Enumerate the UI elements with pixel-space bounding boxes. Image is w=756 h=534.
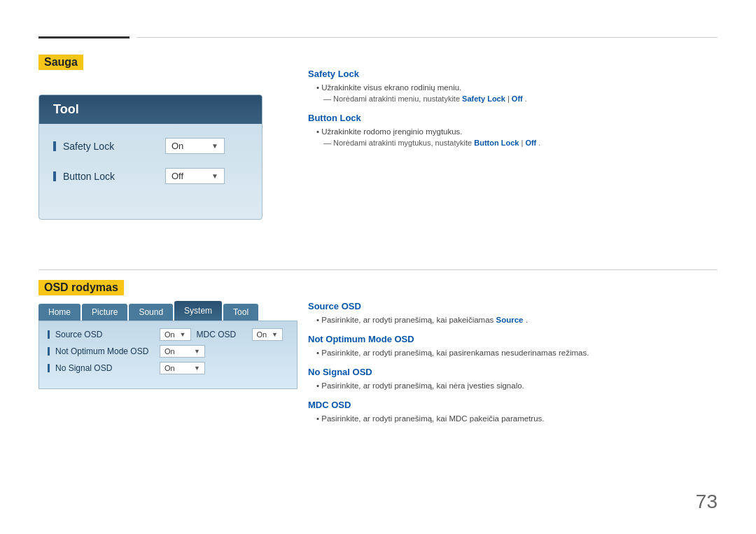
no-signal-select[interactable]: On ▼ — [160, 362, 205, 374]
desc-top: Safety Lock Užrakinkite visus ekrano rod… — [308, 69, 718, 157]
mdc-osd-value: On — [257, 330, 272, 339]
tool-row-button-lock: Button Lock Off ▼ — [53, 168, 248, 184]
no-signal-label: No Signal OSD — [48, 363, 160, 373]
no-signal-arrow-icon: ▼ — [194, 365, 200, 372]
safety-lock-value: On — [172, 141, 208, 151]
button-lock-desc-sub: Norėdami atrakinti mygtukus, nustatykite… — [308, 139, 718, 147]
safety-lock-desc-group: Safety Lock Užrakinkite visus ekrano rod… — [308, 69, 718, 103]
not-optimum-select[interactable]: On ▼ — [160, 345, 205, 358]
mdc-osd-select[interactable]: On ▼ — [252, 328, 284, 341]
short-line — [38, 36, 130, 38]
osd-tabs: Home Picture Sound System Tool — [38, 301, 298, 321]
button-lock-desc-bullet: Užrakinkite rodomo įrenginio mygtukus. — [308, 127, 718, 136]
mdc-osd-arrow-icon: ▼ — [272, 331, 278, 338]
source-osd-arrow-icon: ▼ — [180, 331, 186, 338]
tab-home[interactable]: Home — [38, 304, 80, 321]
not-optimum-value: On — [164, 347, 194, 356]
button-lock-desc-group: Button Lock Užrakinkite rodomo įrenginio… — [308, 113, 718, 147]
source-osd-desc-group: Source OSD Pasirinkite, ar rodyti praneš… — [308, 301, 718, 324]
tab-tool[interactable]: Tool — [223, 304, 258, 321]
mdc-osd-desc-bullet: Pasirinkite, ar rodyti pranešimą, kai MD… — [308, 414, 718, 423]
mdc-osd-desc-title: MDC OSD — [308, 400, 718, 410]
no-signal-desc-bullet: Pasirinkite, ar rodyti pranešimą, kai nė… — [308, 381, 718, 390]
safety-lock-arrow-icon: ▼ — [211, 142, 218, 150]
sauga-title: Sauga — [38, 55, 83, 70]
button-lock-arrow-icon: ▼ — [211, 172, 218, 180]
desc-bottom: Source OSD Pasirinkite, ar rodyti praneš… — [308, 301, 718, 433]
no-signal-desc-title: No Signal OSD — [308, 367, 718, 377]
tab-sound[interactable]: Sound — [129, 304, 173, 321]
top-divider — [38, 36, 718, 38]
safety-lock-desc-bullet: Užrakinkite visus ekrano rodinių meniu. — [308, 83, 718, 92]
tab-picture[interactable]: Picture — [82, 304, 127, 321]
button-lock-label: Button Lock — [53, 171, 165, 182]
not-optimum-arrow-icon: ▼ — [194, 348, 200, 355]
source-osd-desc-title: Source OSD — [308, 301, 718, 311]
button-lock-desc-title: Button Lock — [308, 113, 718, 123]
button-lock-value: Off — [172, 171, 208, 181]
osd-row-not-optimum: Not Optimum Mode OSD On ▼ — [48, 345, 288, 358]
tool-row-safety-lock: Safety Lock On ▼ — [53, 138, 248, 154]
osd-panel: Home Picture Sound System Tool Source OS… — [38, 301, 298, 389]
safety-lock-desc-title: Safety Lock — [308, 69, 718, 79]
page-number: 73 — [696, 491, 718, 513]
not-optimum-desc-bullet: Pasirinkite, ar rodyti pranešimą, kai pa… — [308, 349, 718, 357]
no-signal-value: On — [164, 364, 194, 372]
osd-title: OSD rodymas — [38, 280, 124, 295]
mdc-osd-label: MDC OSD — [197, 330, 249, 339]
not-optimum-desc-group: Not Optimum Mode OSD Pasirinkite, ar rod… — [308, 334, 718, 357]
safety-lock-label: Safety Lock — [53, 141, 165, 152]
source-osd-select[interactable]: On ▼ — [160, 328, 191, 341]
source-osd-label: Source OSD — [48, 330, 160, 339]
mid-divider — [38, 269, 718, 270]
tool-panel-header: Tool — [39, 95, 262, 124]
source-osd-desc-bullet: Pasirinkite, ar rodyti pranešimą, kai pa… — [308, 316, 718, 324]
tab-system[interactable]: System — [174, 301, 222, 321]
source-osd-value: On — [164, 330, 180, 339]
long-line — [136, 37, 718, 38]
not-optimum-desc-title: Not Optimum Mode OSD — [308, 334, 718, 344]
button-lock-select[interactable]: Off ▼ — [165, 168, 225, 184]
not-optimum-label: Not Optimum Mode OSD — [48, 346, 160, 356]
osd-row-no-signal: No Signal OSD On ▼ — [48, 362, 288, 374]
mdc-osd-desc-group: MDC OSD Pasirinkite, ar rodyti pranešimą… — [308, 400, 718, 423]
safety-lock-desc-sub: Norėdami atrakinti meniu, nustatykite Sa… — [308, 94, 718, 103]
tool-panel-body: Safety Lock On ▼ Button Lock Off ▼ — [39, 124, 262, 219]
tool-panel: Tool Safety Lock On ▼ Button Lock Off ▼ — [38, 94, 262, 220]
osd-table: Source OSD On ▼ MDC OSD On ▼ Not Optimum… — [38, 321, 298, 389]
no-signal-desc-group: No Signal OSD Pasirinkite, ar rodyti pra… — [308, 367, 718, 390]
safety-lock-select[interactable]: On ▼ — [165, 138, 225, 154]
osd-row-source: Source OSD On ▼ MDC OSD On ▼ — [48, 328, 288, 341]
